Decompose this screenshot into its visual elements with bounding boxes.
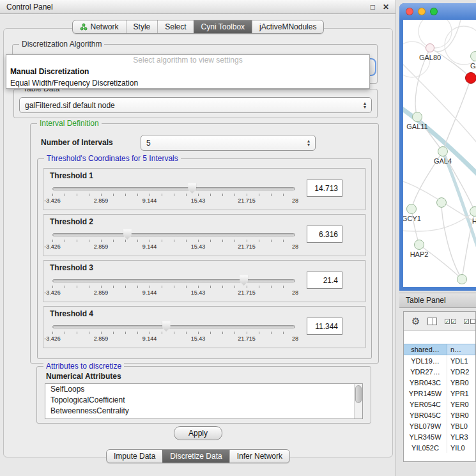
column-header-shared-name[interactable]: shared…: [404, 344, 447, 355]
table-row[interactable]: YBR043C YBR0: [404, 377, 475, 388]
threshold-4-slider[interactable]: -3.426 2.859 9.144 15.43 21.715 28: [52, 321, 295, 346]
node-circle[interactable]: [436, 197, 447, 208]
node-circle[interactable]: [457, 274, 467, 284]
table-cell[interactable]: YBL0: [447, 420, 475, 431]
select-all-checkbox-icon[interactable]: ✓ ✓: [445, 319, 456, 324]
table-cell[interactable]: YDR27…: [404, 366, 447, 377]
table-row[interactable]: YBL079W YBL0: [404, 420, 475, 431]
slider-thumb[interactable]: [123, 229, 132, 240]
slider-track[interactable]: [52, 187, 295, 190]
close-icon[interactable]: ✕: [383, 3, 389, 12]
table-cell[interactable]: YER054C: [404, 399, 447, 410]
node-circle[interactable]: [438, 146, 448, 157]
node-label: GAL11: [403, 123, 438, 130]
table-cell[interactable]: YDL1: [447, 355, 475, 366]
table-row[interactable]: YDR27… YDR2: [404, 366, 475, 377]
dropdown-item-manual-discretization[interactable]: Manual Discretization: [6, 66, 369, 77]
tab-jactivemodules[interactable]: jActiveMNodules: [252, 20, 323, 33]
interval-definition-group: Interval Definition Number of Intervals …: [30, 123, 379, 364]
tab-label: Impute Data: [114, 452, 155, 461]
tab-network[interactable]: Network: [73, 20, 126, 33]
table-row[interactable]: YDL19… YDL1: [404, 355, 475, 366]
attributes-list[interactable]: SelfLoops TopologicalCoefficient Between…: [45, 383, 363, 419]
tab-cyni-toolbox[interactable]: Cyni Toolbox: [194, 20, 252, 33]
list-item[interactable]: TopologicalCoefficient: [45, 395, 362, 406]
table-row[interactable]: YLR345W YLR3: [404, 431, 475, 442]
threshold-3-value-field[interactable]: [307, 272, 342, 289]
slider-thumb[interactable]: [240, 275, 248, 286]
slider-ticks: [52, 240, 295, 242]
node-circle[interactable]: [414, 240, 424, 250]
float-window-icon[interactable]: □: [371, 3, 375, 12]
table-cell[interactable]: YIL0: [447, 442, 475, 453]
table-cell[interactable]: YBR043C: [404, 377, 447, 388]
table-row[interactable]: YER054C YER0: [404, 399, 475, 410]
table-cell[interactable]: YBR0: [447, 410, 475, 420]
slider-thumb[interactable]: [162, 321, 171, 332]
tab-discretize-data[interactable]: Discretize Data: [162, 450, 229, 463]
node-label: GCY1: [403, 215, 432, 222]
node-label: H: [454, 217, 476, 225]
number-of-intervals-combobox[interactable]: 5 ▴▾: [141, 135, 316, 151]
minimize-traffic-light-icon[interactable]: [418, 8, 426, 15]
tab-label: Cyni Toolbox: [201, 22, 245, 31]
threshold-2-slider[interactable]: -3.426 2.859 9.144 15.43 21.715 28: [52, 229, 295, 254]
algorithm-group-title: Discretization Algorithm: [19, 40, 104, 49]
node-circle[interactable]: [465, 72, 476, 84]
threshold-2-value-field[interactable]: [307, 226, 342, 243]
table-cell[interactable]: YPR145W: [404, 388, 447, 399]
bottom-tab-bar: Impute Data Discretize Data Infer Networ…: [0, 449, 396, 463]
table-panel-header[interactable]: Table Panel: [399, 293, 476, 308]
select-none-checkbox-icon[interactable]: ✓: [464, 319, 475, 324]
table-cell[interactable]: YBR0: [447, 377, 475, 388]
node-circle[interactable]: [412, 112, 422, 122]
scrollbar[interactable]: [354, 384, 362, 418]
columns-icon[interactable]: [427, 318, 437, 325]
table-cell[interactable]: YBL079W: [404, 420, 447, 431]
dropdown-placeholder: Select algorithm to view settings: [6, 55, 369, 66]
attributes-group: Attributes to discretize Numerical Attri…: [36, 366, 371, 424]
network-window-titlebar[interactable]: [399, 3, 476, 20]
node-circle[interactable]: [470, 206, 476, 217]
scrollbar-thumb[interactable]: [355, 385, 362, 403]
table-row[interactable]: YBR045C YBR0: [404, 410, 475, 420]
zoom-traffic-light-icon[interactable]: [430, 8, 438, 15]
table-cell[interactable]: YLR345W: [404, 431, 447, 442]
threshold-4-value-field[interactable]: [307, 318, 342, 335]
tab-infer-network[interactable]: Infer Network: [229, 450, 289, 463]
bottom-tab-group: Impute Data Discretize Data Infer Networ…: [106, 449, 290, 463]
table-cell[interactable]: YDL19…: [404, 355, 447, 366]
slider-track[interactable]: [52, 233, 295, 236]
table-cell[interactable]: YBR045C: [404, 410, 447, 420]
table-cell[interactable]: YER0: [447, 399, 475, 410]
table-row[interactable]: YIL052C YIL0: [404, 442, 475, 453]
close-traffic-light-icon[interactable]: [406, 8, 413, 15]
node-circle[interactable]: [406, 204, 417, 214]
tab-select[interactable]: Select: [157, 20, 193, 33]
node-circle[interactable]: [426, 43, 434, 52]
tab-style[interactable]: Style: [126, 20, 158, 33]
table-cell[interactable]: YDR2: [447, 366, 475, 377]
list-item[interactable]: BetweennessCentrality: [45, 406, 362, 417]
table-cell[interactable]: YPR1: [447, 388, 475, 399]
network-canvas[interactable]: GAL80 GA GAL11 GAL4 GCY1: [403, 20, 476, 287]
apply-button[interactable]: Apply: [174, 426, 222, 440]
table-cell[interactable]: YLR3: [447, 431, 475, 442]
slider-thumb[interactable]: [188, 183, 196, 194]
threshold-3-slider[interactable]: -3.426 2.859 9.144 15.43 21.715 28: [52, 275, 295, 300]
slider-tick-labels: -3.426 2.859 9.144 15.43 21.715 28: [52, 197, 295, 205]
threshold-1-value-field[interactable]: [307, 180, 342, 197]
gear-icon[interactable]: ⚙: [411, 316, 420, 326]
dropdown-item-equal-width[interactable]: Equal Width/Frequency Discretization: [6, 77, 369, 89]
table-data-combobox[interactable]: galFiltered.sif default node ▴▾: [19, 97, 372, 113]
list-item[interactable]: SelfLoops: [45, 384, 362, 395]
node-circle[interactable]: [470, 51, 476, 61]
table-row[interactable]: YPR145W YPR1: [404, 388, 475, 399]
column-header-name[interactable]: n…: [447, 344, 475, 355]
slider-track[interactable]: [52, 325, 295, 328]
tab-impute-data[interactable]: Impute Data: [107, 450, 162, 463]
threshold-1-slider[interactable]: -3.426 2.859 9.144 15.43 21.715 28: [52, 183, 295, 208]
slider-track[interactable]: [52, 279, 295, 282]
threshold-2-label: Threshold 2: [50, 217, 93, 226]
table-cell[interactable]: YIL052C: [404, 442, 447, 453]
